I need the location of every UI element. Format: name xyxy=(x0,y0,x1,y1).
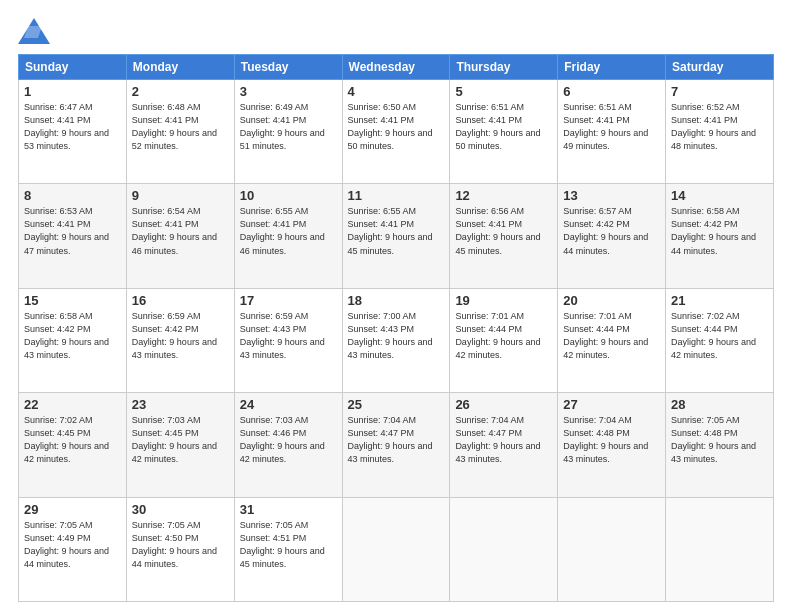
calendar-cell: 3Sunrise: 6:49 AMSunset: 4:41 PMDaylight… xyxy=(234,80,342,184)
day-number: 3 xyxy=(240,84,337,99)
day-number: 29 xyxy=(24,502,121,517)
day-number: 2 xyxy=(132,84,229,99)
calendar-cell: 18Sunrise: 7:00 AMSunset: 4:43 PMDayligh… xyxy=(342,288,450,392)
day-info: Sunrise: 7:04 AMSunset: 4:47 PMDaylight:… xyxy=(455,414,552,466)
day-number: 10 xyxy=(240,188,337,203)
calendar-cell xyxy=(666,497,774,601)
day-info: Sunrise: 6:57 AMSunset: 4:42 PMDaylight:… xyxy=(563,205,660,257)
day-number: 23 xyxy=(132,397,229,412)
day-header: Tuesday xyxy=(234,55,342,80)
calendar-cell: 27Sunrise: 7:04 AMSunset: 4:48 PMDayligh… xyxy=(558,393,666,497)
day-header: Wednesday xyxy=(342,55,450,80)
day-number: 1 xyxy=(24,84,121,99)
day-number: 8 xyxy=(24,188,121,203)
day-header: Thursday xyxy=(450,55,558,80)
calendar-cell: 13Sunrise: 6:57 AMSunset: 4:42 PMDayligh… xyxy=(558,184,666,288)
day-number: 19 xyxy=(455,293,552,308)
day-number: 7 xyxy=(671,84,768,99)
calendar-cell: 16Sunrise: 6:59 AMSunset: 4:42 PMDayligh… xyxy=(126,288,234,392)
day-info: Sunrise: 6:56 AMSunset: 4:41 PMDaylight:… xyxy=(455,205,552,257)
calendar-cell: 26Sunrise: 7:04 AMSunset: 4:47 PMDayligh… xyxy=(450,393,558,497)
calendar-cell: 12Sunrise: 6:56 AMSunset: 4:41 PMDayligh… xyxy=(450,184,558,288)
day-number: 17 xyxy=(240,293,337,308)
calendar-cell: 5Sunrise: 6:51 AMSunset: 4:41 PMDaylight… xyxy=(450,80,558,184)
calendar-cell: 1Sunrise: 6:47 AMSunset: 4:41 PMDaylight… xyxy=(19,80,127,184)
calendar-cell: 31Sunrise: 7:05 AMSunset: 4:51 PMDayligh… xyxy=(234,497,342,601)
day-info: Sunrise: 7:05 AMSunset: 4:50 PMDaylight:… xyxy=(132,519,229,571)
day-number: 5 xyxy=(455,84,552,99)
day-number: 26 xyxy=(455,397,552,412)
day-info: Sunrise: 7:05 AMSunset: 4:51 PMDaylight:… xyxy=(240,519,337,571)
calendar-cell: 2Sunrise: 6:48 AMSunset: 4:41 PMDaylight… xyxy=(126,80,234,184)
calendar-cell: 21Sunrise: 7:02 AMSunset: 4:44 PMDayligh… xyxy=(666,288,774,392)
day-info: Sunrise: 7:02 AMSunset: 4:45 PMDaylight:… xyxy=(24,414,121,466)
day-header: Monday xyxy=(126,55,234,80)
day-number: 20 xyxy=(563,293,660,308)
day-info: Sunrise: 7:03 AMSunset: 4:46 PMDaylight:… xyxy=(240,414,337,466)
day-number: 12 xyxy=(455,188,552,203)
calendar-cell: 7Sunrise: 6:52 AMSunset: 4:41 PMDaylight… xyxy=(666,80,774,184)
day-info: Sunrise: 6:48 AMSunset: 4:41 PMDaylight:… xyxy=(132,101,229,153)
day-info: Sunrise: 7:05 AMSunset: 4:49 PMDaylight:… xyxy=(24,519,121,571)
day-number: 4 xyxy=(348,84,445,99)
calendar-cell: 11Sunrise: 6:55 AMSunset: 4:41 PMDayligh… xyxy=(342,184,450,288)
calendar-cell: 29Sunrise: 7:05 AMSunset: 4:49 PMDayligh… xyxy=(19,497,127,601)
day-info: Sunrise: 6:59 AMSunset: 4:43 PMDaylight:… xyxy=(240,310,337,362)
day-info: Sunrise: 6:47 AMSunset: 4:41 PMDaylight:… xyxy=(24,101,121,153)
calendar-cell: 24Sunrise: 7:03 AMSunset: 4:46 PMDayligh… xyxy=(234,393,342,497)
calendar-cell: 19Sunrise: 7:01 AMSunset: 4:44 PMDayligh… xyxy=(450,288,558,392)
day-number: 22 xyxy=(24,397,121,412)
day-number: 15 xyxy=(24,293,121,308)
calendar-table: SundayMondayTuesdayWednesdayThursdayFrid… xyxy=(18,54,774,602)
logo xyxy=(18,18,54,44)
day-header: Sunday xyxy=(19,55,127,80)
day-number: 13 xyxy=(563,188,660,203)
calendar-cell: 20Sunrise: 7:01 AMSunset: 4:44 PMDayligh… xyxy=(558,288,666,392)
day-info: Sunrise: 6:54 AMSunset: 4:41 PMDaylight:… xyxy=(132,205,229,257)
day-number: 24 xyxy=(240,397,337,412)
calendar-cell: 9Sunrise: 6:54 AMSunset: 4:41 PMDaylight… xyxy=(126,184,234,288)
day-number: 31 xyxy=(240,502,337,517)
day-info: Sunrise: 7:01 AMSunset: 4:44 PMDaylight:… xyxy=(455,310,552,362)
day-number: 16 xyxy=(132,293,229,308)
day-info: Sunrise: 6:49 AMSunset: 4:41 PMDaylight:… xyxy=(240,101,337,153)
calendar-cell: 10Sunrise: 6:55 AMSunset: 4:41 PMDayligh… xyxy=(234,184,342,288)
calendar-cell: 8Sunrise: 6:53 AMSunset: 4:41 PMDaylight… xyxy=(19,184,127,288)
calendar-cell: 14Sunrise: 6:58 AMSunset: 4:42 PMDayligh… xyxy=(666,184,774,288)
day-number: 14 xyxy=(671,188,768,203)
calendar-cell: 30Sunrise: 7:05 AMSunset: 4:50 PMDayligh… xyxy=(126,497,234,601)
day-info: Sunrise: 7:05 AMSunset: 4:48 PMDaylight:… xyxy=(671,414,768,466)
day-number: 11 xyxy=(348,188,445,203)
calendar-cell: 15Sunrise: 6:58 AMSunset: 4:42 PMDayligh… xyxy=(19,288,127,392)
calendar-page: SundayMondayTuesdayWednesdayThursdayFrid… xyxy=(0,0,792,612)
day-number: 18 xyxy=(348,293,445,308)
day-number: 30 xyxy=(132,502,229,517)
header xyxy=(18,18,774,44)
day-info: Sunrise: 6:55 AMSunset: 4:41 PMDaylight:… xyxy=(348,205,445,257)
day-number: 21 xyxy=(671,293,768,308)
day-info: Sunrise: 6:58 AMSunset: 4:42 PMDaylight:… xyxy=(24,310,121,362)
day-info: Sunrise: 7:04 AMSunset: 4:47 PMDaylight:… xyxy=(348,414,445,466)
calendar-cell xyxy=(342,497,450,601)
day-number: 25 xyxy=(348,397,445,412)
calendar-cell: 22Sunrise: 7:02 AMSunset: 4:45 PMDayligh… xyxy=(19,393,127,497)
day-info: Sunrise: 6:58 AMSunset: 4:42 PMDaylight:… xyxy=(671,205,768,257)
day-info: Sunrise: 7:00 AMSunset: 4:43 PMDaylight:… xyxy=(348,310,445,362)
calendar-cell: 6Sunrise: 6:51 AMSunset: 4:41 PMDaylight… xyxy=(558,80,666,184)
calendar-cell: 28Sunrise: 7:05 AMSunset: 4:48 PMDayligh… xyxy=(666,393,774,497)
day-number: 9 xyxy=(132,188,229,203)
day-info: Sunrise: 7:01 AMSunset: 4:44 PMDaylight:… xyxy=(563,310,660,362)
day-number: 6 xyxy=(563,84,660,99)
day-number: 28 xyxy=(671,397,768,412)
calendar-cell: 4Sunrise: 6:50 AMSunset: 4:41 PMDaylight… xyxy=(342,80,450,184)
calendar-cell: 17Sunrise: 6:59 AMSunset: 4:43 PMDayligh… xyxy=(234,288,342,392)
day-info: Sunrise: 6:59 AMSunset: 4:42 PMDaylight:… xyxy=(132,310,229,362)
day-header: Saturday xyxy=(666,55,774,80)
day-header: Friday xyxy=(558,55,666,80)
day-info: Sunrise: 6:50 AMSunset: 4:41 PMDaylight:… xyxy=(348,101,445,153)
day-number: 27 xyxy=(563,397,660,412)
calendar-cell xyxy=(558,497,666,601)
day-info: Sunrise: 7:04 AMSunset: 4:48 PMDaylight:… xyxy=(563,414,660,466)
day-info: Sunrise: 6:51 AMSunset: 4:41 PMDaylight:… xyxy=(455,101,552,153)
calendar-cell: 23Sunrise: 7:03 AMSunset: 4:45 PMDayligh… xyxy=(126,393,234,497)
